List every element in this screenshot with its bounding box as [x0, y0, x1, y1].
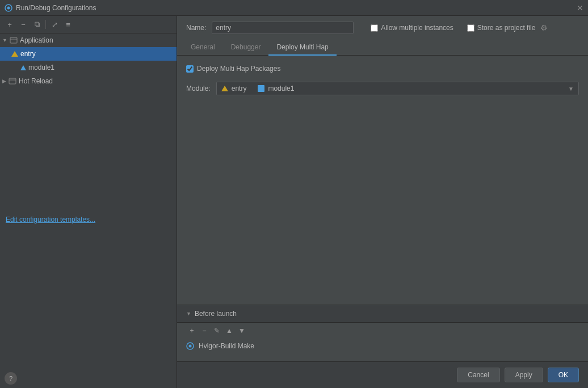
allow-multiple-label: Allow multiple instances	[381, 24, 453, 32]
harmony-icon	[5, 4, 12, 12]
deploy-multi-hap-checkbox[interactable]	[186, 65, 194, 73]
tabs-bar: General Debugger Deploy Multi Hap	[177, 40, 588, 56]
apply-button[interactable]: Apply	[505, 368, 543, 382]
before-launch-toolbar: + − ✎ ▲ ▼	[177, 322, 588, 339]
before-launch-remove-button[interactable]: −	[199, 325, 210, 336]
name-row: Name: Allow multiple instances Store as …	[177, 16, 588, 40]
sort-config-button[interactable]: ≡	[62, 18, 74, 31]
help-button[interactable]: ?	[5, 372, 17, 385]
before-launch-section: ▼ Before launch + − ✎ ▲ ▼	[177, 305, 588, 361]
gear-icon[interactable]: ⚙	[540, 23, 548, 32]
hot-reload-group-label: Hot Reload	[19, 77, 53, 85]
store-as-project-checkbox[interactable]	[467, 24, 474, 32]
tree-item-entry[interactable]: entry	[0, 47, 177, 61]
before-launch-up-button[interactable]: ▲	[224, 325, 235, 336]
before-launch-title: Before launch	[195, 310, 237, 318]
allow-multiple-checkbox[interactable]	[371, 24, 378, 32]
before-launch-down-button[interactable]: ▼	[236, 325, 247, 336]
content-area: Deploy Multi Hap Packages Module: entry …	[177, 56, 588, 189]
tab-general[interactable]: General	[183, 40, 223, 56]
before-launch-list: Hvigor-Build Make	[177, 339, 588, 361]
name-label: Name:	[186, 24, 206, 32]
hot-reload-group-icon	[9, 77, 16, 85]
tab-deploy-multi-hap[interactable]: Deploy Multi Hap	[268, 40, 336, 56]
module-row: Module: entry module1 ▼	[186, 82, 579, 95]
hvigor-icon	[186, 342, 194, 350]
svg-point-1	[7, 6, 10, 9]
main-layout: + − ⧉ ⤢ ≡ ▼	[0, 16, 588, 388]
close-icon[interactable]: ✕	[577, 3, 583, 12]
deploy-checkbox-row: Deploy Multi Hap Packages	[186, 65, 579, 73]
before-launch-add-button[interactable]: +	[186, 325, 198, 336]
toolbar-separator	[45, 20, 46, 29]
before-launch-edit-button[interactable]: ✎	[211, 325, 222, 336]
title-bar: Run/Debug Configurations ✕	[0, 0, 588, 16]
svg-point-7	[189, 345, 192, 348]
tree-item-module1-label: module1	[28, 64, 54, 71]
before-launch-header[interactable]: ▼ Before launch	[177, 305, 588, 322]
store-as-project-option: Store as project file ⚙	[467, 23, 548, 32]
add-config-button[interactable]: +	[3, 18, 16, 31]
module-dropdown[interactable]: entry module1 ▼	[216, 82, 579, 95]
before-launch-item-label: Hvigor-Build Make	[199, 342, 254, 350]
tab-debugger[interactable]: Debugger	[223, 40, 269, 56]
allow-multiple-option: Allow multiple instances	[371, 24, 453, 32]
tree-item-module1[interactable]: module1	[0, 61, 177, 74]
ok-button[interactable]: OK	[548, 368, 579, 382]
content-spacer	[177, 189, 588, 305]
svg-rect-2	[10, 37, 17, 43]
entry-icon	[11, 51, 18, 57]
left-panel: + − ⧉ ⤢ ≡ ▼	[0, 16, 177, 388]
module-dropdown-content: entry module1	[221, 85, 295, 92]
before-launch-item[interactable]: Hvigor-Build Make	[177, 339, 588, 353]
module1-icon	[20, 65, 26, 70]
deploy-multi-hap-label: Deploy Multi Hap Packages	[197, 65, 280, 73]
module1-icon-small	[258, 85, 264, 92]
cancel-button[interactable]: Cancel	[457, 368, 499, 382]
module1-text: module1	[268, 85, 294, 92]
title-bar-left: Run/Debug Configurations	[5, 4, 96, 12]
store-as-project-label: Store as project file	[477, 24, 536, 32]
config-tree: ▼ Application entry module1 ▶	[0, 33, 177, 211]
application-group-label: Application	[20, 36, 53, 44]
bottom-bar: Cancel Apply OK	[177, 361, 588, 388]
right-panel: Name: Allow multiple instances Store as …	[177, 16, 588, 388]
move-config-button[interactable]: ⤢	[48, 18, 61, 31]
tree-item-entry-label: entry	[20, 50, 36, 58]
tree-group-hot-reload[interactable]: ▶ Hot Reload	[0, 74, 177, 88]
dropdown-arrow-icon: ▼	[568, 86, 574, 92]
tree-toolbar: + − ⧉ ⤢ ≡	[0, 16, 177, 33]
entry-module-icon	[221, 86, 228, 91]
edit-templates-link[interactable]: Edit configuration templates...	[0, 211, 177, 228]
application-group-icon	[10, 36, 18, 44]
svg-rect-4	[9, 78, 16, 84]
module-label: Module:	[186, 85, 211, 92]
left-panel-bottom: Edit configuration templates... ?	[0, 211, 177, 389]
entry-module-text: entry	[232, 85, 247, 92]
chevron-right-icon: ▶	[2, 78, 6, 84]
chevron-down-icon: ▼	[2, 37, 7, 43]
before-launch-chevron-icon: ▼	[186, 311, 191, 317]
copy-config-button[interactable]: ⧉	[31, 18, 43, 31]
name-input[interactable]	[212, 22, 354, 34]
dialog-title: Run/Debug Configurations	[16, 4, 96, 12]
tree-group-application[interactable]: ▼ Application	[0, 33, 177, 47]
remove-config-button[interactable]: −	[17, 18, 30, 31]
right-panel-inner: Name: Allow multiple instances Store as …	[177, 16, 588, 388]
